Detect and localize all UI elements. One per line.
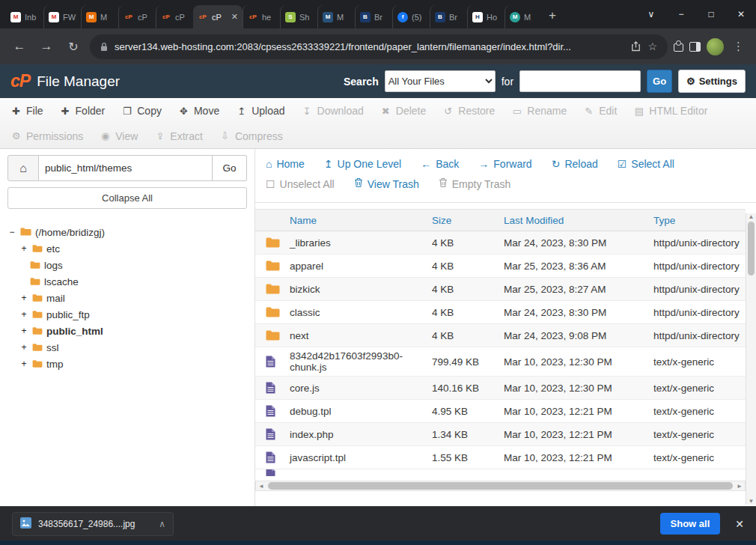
tree-label[interactable]: etc bbox=[46, 243, 60, 255]
new-tab-button[interactable]: + bbox=[542, 8, 563, 28]
tree-label[interactable]: mail bbox=[46, 293, 65, 304]
tab-search-icon[interactable]: ∨ bbox=[636, 0, 666, 28]
path-go-button[interactable]: Go bbox=[213, 155, 247, 181]
column-header-size[interactable]: Size bbox=[432, 215, 504, 226]
copy-button[interactable]: ❐Copy bbox=[121, 105, 162, 117]
tree-collapse-icon[interactable]: − bbox=[7, 227, 16, 237]
browser-menu-icon[interactable]: ⋮ bbox=[730, 40, 747, 53]
nav-forward-link[interactable]: →Forward bbox=[478, 158, 531, 170]
tree-item[interactable]: + tmp bbox=[7, 356, 247, 372]
maximize-button[interactable]: □ bbox=[696, 0, 726, 28]
column-header-type[interactable]: Type bbox=[653, 215, 746, 226]
download-item[interactable]: 348356617_24986....jpg ∧ bbox=[12, 512, 174, 536]
browser-tab[interactable]: M M bbox=[317, 5, 355, 28]
search-go-button[interactable]: Go bbox=[647, 70, 672, 93]
tree-item-root[interactable]: − (/home/bridizgj) bbox=[7, 224, 247, 240]
nav-home-link[interactable]: ⌂Home bbox=[266, 158, 305, 170]
reload-icon[interactable]: ↻ bbox=[63, 36, 84, 57]
column-header-name[interactable]: Name bbox=[290, 212, 432, 229]
upload-button[interactable]: ↥Upload bbox=[236, 105, 284, 117]
tree-label[interactable]: (/home/bridizgj) bbox=[35, 227, 105, 238]
browser-tab[interactable]: M M bbox=[504, 5, 542, 28]
extensions-icon[interactable] bbox=[674, 41, 683, 52]
tree-label[interactable]: lscache bbox=[44, 276, 79, 287]
table-row[interactable]: index.php 1.34 KB Mar 10, 2023, 12:21 PM… bbox=[255, 423, 746, 446]
tree-label[interactable]: ssl bbox=[46, 342, 59, 353]
tree-item[interactable]: logs bbox=[7, 257, 247, 273]
tree-expand-icon[interactable]: + bbox=[19, 293, 28, 303]
file-button[interactable]: ✚File bbox=[10, 105, 43, 117]
table-row[interactable]: apparel 4 KB Mar 25, 2023, 8:36 AM httpd… bbox=[255, 255, 746, 278]
table-row[interactable]: core.js 140.16 KB Mar 10, 2023, 12:30 PM… bbox=[255, 377, 746, 400]
table-row[interactable]: 8342d42b17603f2993b0-chunk.js 799.49 KB … bbox=[255, 347, 746, 377]
browser-tab[interactable]: M M bbox=[81, 5, 118, 28]
nav-back-link[interactable]: ←Back bbox=[421, 158, 459, 170]
minimize-button[interactable]: − bbox=[666, 0, 696, 28]
table-row[interactable]: _libraries 4 KB Mar 24, 2023, 8:30 PM ht… bbox=[255, 231, 746, 255]
side-panel-icon[interactable] bbox=[689, 42, 701, 52]
scroll-up-icon[interactable]: ▲ bbox=[746, 213, 756, 220]
nav-reload-link[interactable]: ↻Reload bbox=[552, 158, 598, 170]
back-icon[interactable]: ← bbox=[9, 36, 30, 57]
horizontal-scrollbar[interactable]: ◄ ► bbox=[255, 481, 746, 491]
browser-tab[interactable]: cP he bbox=[243, 5, 280, 28]
browser-tab[interactable]: S Sh bbox=[280, 5, 317, 28]
folder-button[interactable]: ✚Folder bbox=[60, 105, 106, 117]
move-button[interactable]: ✥Move bbox=[178, 105, 219, 117]
collapse-all-button[interactable]: Collapse All bbox=[7, 187, 247, 209]
vertical-scrollbar[interactable]: ▲ ▼ bbox=[746, 213, 756, 505]
bookmark-star-icon[interactable]: ☆ bbox=[647, 40, 657, 52]
tree-expand-icon[interactable]: + bbox=[19, 243, 28, 254]
tree-expand-icon[interactable]: + bbox=[19, 342, 28, 353]
tree-item[interactable]: + public_ftp bbox=[7, 306, 247, 323]
scrollbar-thumb[interactable] bbox=[268, 482, 733, 490]
tree-item[interactable]: lscache bbox=[7, 273, 247, 290]
tree-expand-icon[interactable]: + bbox=[19, 309, 28, 320]
tree-item[interactable]: + ssl bbox=[7, 339, 247, 356]
close-button[interactable]: ✕ bbox=[726, 0, 756, 28]
search-input[interactable] bbox=[519, 70, 641, 92]
browser-tab[interactable]: cP cP bbox=[156, 5, 193, 28]
nav-select-all-link[interactable]: ☑Select All bbox=[618, 158, 674, 170]
scroll-right-icon[interactable]: ► bbox=[734, 483, 745, 490]
scroll-left-icon[interactable]: ◄ bbox=[256, 483, 266, 490]
browser-tab[interactable]: cP cP bbox=[118, 5, 156, 28]
tree-item[interactable]: + mail bbox=[7, 290, 247, 306]
tree-expand-icon[interactable]: + bbox=[19, 326, 28, 336]
profile-avatar[interactable] bbox=[707, 38, 724, 55]
tree-label[interactable]: public_ftp bbox=[46, 309, 90, 320]
settings-button[interactable]: ⚙ Settings bbox=[678, 70, 746, 93]
browser-tab[interactable]: B Br bbox=[355, 5, 392, 28]
search-scope-select[interactable]: All Your Files bbox=[385, 70, 496, 92]
nav-view-trash-link[interactable]: View Trash bbox=[354, 177, 419, 190]
tree-label[interactable]: logs bbox=[44, 260, 63, 271]
table-row[interactable]: classic 4 KB Mar 24, 2023, 8:30 PM httpd… bbox=[255, 301, 746, 324]
lock-icon[interactable] bbox=[100, 42, 108, 52]
close-shelf-icon[interactable]: ✕ bbox=[735, 518, 744, 530]
scrollbar-thumb[interactable] bbox=[748, 222, 755, 275]
address-bar[interactable]: server134.web-hosting.com:2083/cpsess263… bbox=[90, 34, 668, 59]
tree-label[interactable]: tmp bbox=[46, 359, 64, 370]
table-row[interactable]: bizkick 4 KB Mar 25, 2023, 8:27 AM httpd… bbox=[255, 278, 746, 301]
chevron-up-icon[interactable]: ∧ bbox=[159, 519, 165, 529]
path-input[interactable] bbox=[39, 155, 213, 181]
forward-icon[interactable]: → bbox=[36, 36, 57, 57]
browser-tab[interactable]: B Br bbox=[430, 5, 467, 28]
browser-tab[interactable]: M Inb bbox=[6, 5, 43, 28]
tree-label[interactable]: public_html bbox=[46, 326, 103, 337]
nav-up-one-level-link[interactable]: ↥Up One Level bbox=[324, 158, 401, 170]
tab-close-icon[interactable]: ✕ bbox=[231, 12, 238, 22]
scroll-down-icon[interactable]: ▼ bbox=[746, 498, 756, 505]
tree-item-public-html[interactable]: + public_html bbox=[7, 323, 247, 339]
browser-tab[interactable]: f (5) bbox=[392, 5, 430, 28]
column-header-last-modified[interactable]: Last Modified bbox=[504, 215, 653, 226]
show-all-button[interactable]: Show all bbox=[660, 513, 721, 535]
home-button[interactable]: ⌂ bbox=[7, 155, 39, 181]
browser-tab[interactable]: H Ho bbox=[467, 5, 504, 28]
table-row[interactable]: next 4 KB Mar 24, 2023, 9:08 PM httpd/un… bbox=[255, 324, 746, 347]
share-icon[interactable] bbox=[631, 41, 641, 52]
browser-tab-active[interactable]: cP cP ✕ bbox=[193, 5, 243, 28]
table-row[interactable]: debug.tpl 4.95 KB Mar 10, 2023, 12:21 PM… bbox=[255, 400, 746, 423]
tree-expand-icon[interactable]: + bbox=[19, 359, 28, 369]
tree-item[interactable]: + etc bbox=[7, 240, 247, 257]
